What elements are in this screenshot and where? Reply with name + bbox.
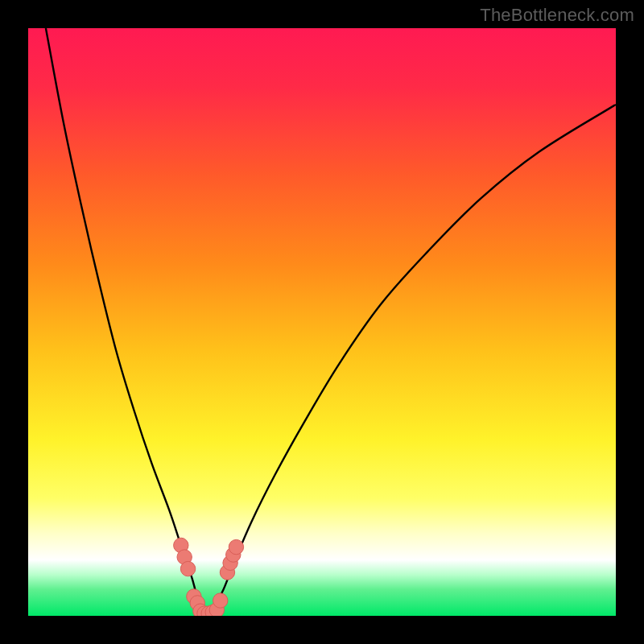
data-marker bbox=[213, 593, 228, 608]
bottleneck-chart bbox=[28, 28, 616, 616]
gradient-background bbox=[28, 28, 616, 616]
plot-area bbox=[28, 28, 616, 616]
data-marker bbox=[180, 561, 195, 576]
chart-frame: TheBottleneck.com bbox=[0, 0, 644, 644]
data-marker bbox=[229, 539, 243, 554]
watermark-text: TheBottleneck.com bbox=[480, 5, 634, 26]
